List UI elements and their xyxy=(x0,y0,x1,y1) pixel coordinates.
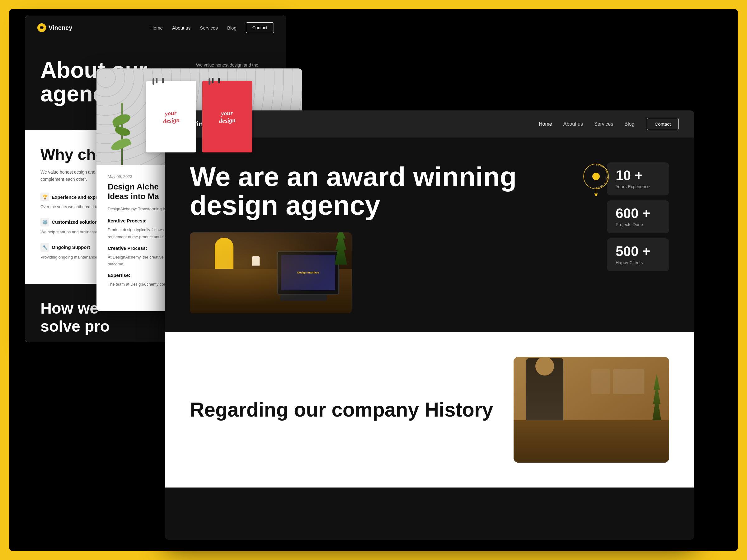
back-logo: ❋ Vinency xyxy=(37,23,72,32)
front-nav-about[interactable]: About us xyxy=(563,121,583,127)
office-scene: Design Interface xyxy=(190,232,352,313)
front-company-image xyxy=(514,357,669,463)
front-hero: We are an award winning design agency De… xyxy=(165,137,694,332)
front-stats: 10 + Years Experience 600 + Projects Don… xyxy=(607,162,669,271)
front-nav-home[interactable]: Home xyxy=(539,121,552,127)
front-stat-proj-number: 600 + xyxy=(616,207,661,220)
back-nav-links: Home About us Services Blog xyxy=(150,25,236,30)
front-nav-blog[interactable]: Blog xyxy=(624,121,634,127)
back-logo-text: Vinency xyxy=(49,24,72,31)
front-stat-projects: 600 + Projects Done xyxy=(607,201,669,233)
badge-svg: explore · best · agency · google · xyxy=(582,162,610,196)
front-stat-experience: 10 + Years Experience xyxy=(607,162,669,195)
poster-red: yourdesign xyxy=(202,81,252,153)
back-nav-blog[interactable]: Blog xyxy=(227,25,236,30)
front-company-section: Regarding our company History xyxy=(165,332,694,487)
company-image-inner xyxy=(514,357,669,463)
front-stat-clients-label: Happy Clients xyxy=(616,260,661,265)
main-window: ❋ Vinency Home About us Services Blog Co… xyxy=(165,110,694,540)
back-navbar: ❋ Vinency Home About us Services Blog Co… xyxy=(25,16,286,40)
front-stat-proj-label: Projects Done xyxy=(616,222,661,227)
front-hero-content: We are an award winning design agency De… xyxy=(190,162,588,313)
back-nav-about[interactable]: About us xyxy=(172,25,190,30)
svg-point-1 xyxy=(592,173,600,180)
svg-marker-4 xyxy=(594,193,598,196)
front-stat-clients: 500 + Happy Clients xyxy=(607,238,669,271)
back-logo-icon: ❋ xyxy=(37,23,46,32)
back-nav-home[interactable]: Home xyxy=(150,25,163,30)
back-feature-1-icon: 🏆 xyxy=(41,193,49,201)
circular-badge: explore · best · agency · google · xyxy=(582,162,610,198)
front-company-title: Regarding our company History xyxy=(190,399,495,421)
front-nav-links: Home About us Services Blog xyxy=(539,121,634,127)
front-company-content: Regarding our company History xyxy=(190,399,495,421)
back-feature-2-icon: ⚙️ xyxy=(41,218,49,226)
poster-white: yourdesign xyxy=(146,81,196,153)
front-stat-exp-label: Years Experience xyxy=(616,184,661,189)
front-stat-clients-number: 500 + xyxy=(616,244,661,258)
back-feature-3-icon: 🔧 xyxy=(41,243,49,252)
front-contact-button[interactable]: Contact xyxy=(647,118,678,130)
front-hero-image: Design Interface xyxy=(190,232,352,313)
back-nav-services[interactable]: Services xyxy=(200,25,218,30)
front-stat-exp-number: 10 + xyxy=(616,169,661,182)
front-nav-services[interactable]: Services xyxy=(594,121,613,127)
front-hero-title: We are an award winning design agency xyxy=(190,162,588,220)
back-contact-button[interactable]: Contact xyxy=(246,22,274,33)
